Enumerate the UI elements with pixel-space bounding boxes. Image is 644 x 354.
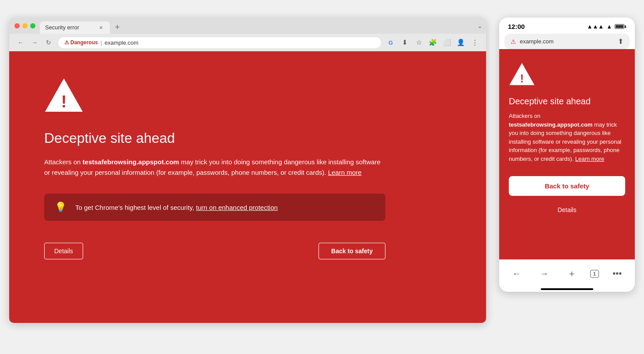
button-row: Details Back to safety: [44, 243, 385, 259]
mobile-nav-bar: ← → ＋ 1 •••: [499, 259, 635, 286]
back-button[interactable]: ←: [14, 36, 27, 49]
minimize-dot[interactable]: [22, 23, 28, 28]
mobile-warning-triangle: !: [509, 62, 625, 88]
mobile-details-button[interactable]: Details: [509, 203, 625, 217]
google-icon[interactable]: G: [385, 36, 397, 49]
mobile-tab-count[interactable]: 1: [590, 270, 599, 278]
mobile-error-description: Attackers on testsafebrowsing.appspot.co…: [509, 112, 625, 163]
wifi-icon: ▲: [606, 23, 612, 30]
forward-button[interactable]: →: [28, 36, 41, 49]
mobile-device: 12:00 ▲▲▲ ▲ ⚠ example.com ⬆ ! Deceptive …: [499, 18, 635, 292]
svg-text:!: !: [520, 72, 524, 85]
error-title: Deceptive site ahead: [44, 130, 451, 146]
signal-icon: ▲▲▲: [587, 23, 604, 30]
mobile-attacker-domain: testsafebrowsing.appspot.com: [509, 121, 592, 128]
enhanced-protection-text: To get Chrome's highest level of securit…: [75, 204, 278, 211]
downloads-icon[interactable]: ⬇: [399, 36, 411, 49]
desktop-browser: Security error × + ⌄ ← → ↻ ⚠ Dangerous |…: [9, 18, 486, 323]
mobile-forward-icon[interactable]: →: [535, 266, 554, 281]
close-dot[interactable]: [14, 23, 20, 28]
mobile-warning-icon: ⚠: [511, 38, 516, 45]
details-button[interactable]: Details: [44, 243, 83, 259]
bookmark-icon[interactable]: ☆: [413, 36, 425, 49]
active-tab[interactable]: Security error ×: [40, 21, 110, 34]
warning-triangle-icon: ⚠: [64, 39, 69, 46]
mobile-new-tab-icon[interactable]: ＋: [562, 265, 581, 282]
svg-text:!: !: [61, 92, 67, 111]
mobile-share-icon[interactable]: ⬆: [618, 37, 623, 46]
tab-bar: Security error × + ⌄: [9, 18, 486, 34]
reload-button[interactable]: ↻: [42, 36, 55, 49]
cast-icon[interactable]: ⬜: [441, 36, 453, 49]
profile-icon[interactable]: 👤: [455, 36, 467, 49]
tab-close-button[interactable]: ×: [99, 24, 103, 31]
url-bar[interactable]: ⚠ Dangerous | example.com: [58, 37, 381, 48]
mobile-status-icons: ▲▲▲ ▲: [587, 23, 626, 30]
extensions-icon[interactable]: 🧩: [427, 36, 439, 49]
bulb-icon: 💡: [55, 202, 66, 213]
mobile-desc-prefix: Attackers on: [509, 113, 540, 119]
error-page: ! Deceptive site ahead Attackers on test…: [9, 51, 486, 323]
mobile-error-title: Deceptive site ahead: [509, 96, 625, 106]
back-to-safety-button[interactable]: Back to safety: [318, 243, 385, 259]
window-minimize-icon[interactable]: ⌄: [477, 22, 483, 33]
error-description: Attackers on testsafebrowsing.appspot.co…: [44, 157, 385, 178]
enhanced-text-prefix: To get Chrome's highest level of securit…: [75, 204, 196, 211]
fullscreen-dot[interactable]: [30, 23, 35, 28]
tab-label: Security error: [45, 24, 79, 31]
url-divider: |: [101, 39, 102, 46]
enhanced-protection-link[interactable]: turn on enhanced protection: [196, 204, 278, 211]
toolbar-icons: G ⬇ ☆ 🧩 ⬜ 👤 ⋮: [385, 36, 481, 49]
dangerous-label: ⚠ Dangerous: [64, 39, 98, 46]
description-prefix: Attackers on: [44, 158, 83, 166]
mobile-menu-icon[interactable]: •••: [607, 266, 627, 281]
url-text: example.com: [105, 39, 138, 46]
mobile-learn-more-link[interactable]: Learn more: [575, 156, 604, 162]
mobile-back-icon[interactable]: ←: [507, 266, 526, 281]
menu-icon[interactable]: ⋮: [469, 36, 481, 49]
mobile-error-page: ! Deceptive site ahead Attackers on test…: [499, 49, 635, 259]
window-controls: [13, 23, 38, 32]
mobile-time: 12:00: [508, 23, 525, 30]
nav-buttons: ← → ↻: [14, 36, 55, 49]
mobile-back-to-safety-button[interactable]: Back to safety: [509, 176, 625, 196]
attacker-domain: testsafebrowsing.appspot.com: [83, 158, 179, 166]
mobile-status-bar: 12:00 ▲▲▲ ▲: [499, 18, 635, 34]
warning-triangle: !: [44, 78, 84, 113]
mobile-home-indicator: [541, 288, 593, 290]
address-bar: ← → ↻ ⚠ Dangerous | example.com G ⬇ ☆ 🧩 …: [9, 34, 486, 51]
browser-chrome: Security error × + ⌄ ← → ↻ ⚠ Dangerous |…: [9, 18, 486, 51]
mobile-url-text: example.com: [520, 38, 553, 45]
new-tab-button[interactable]: +: [112, 21, 123, 34]
enhanced-protection-box: 💡 To get Chrome's highest level of secur…: [44, 194, 385, 221]
battery-icon: [615, 24, 626, 29]
learn-more-link[interactable]: Learn more: [328, 169, 362, 176]
mobile-url-bar[interactable]: ⚠ example.com ⬆: [504, 34, 630, 49]
